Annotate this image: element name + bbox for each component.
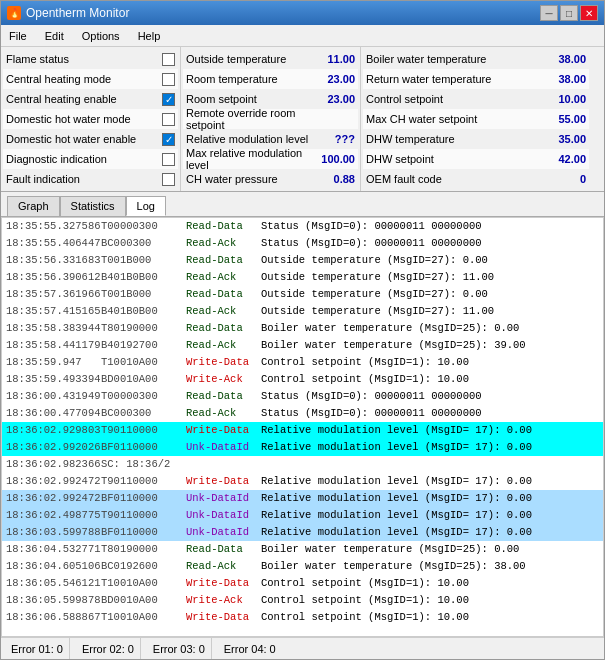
log-desc: Relative modulation level (MsgID= 17): 0…: [261, 524, 532, 541]
error02-item: Error 02: 0: [76, 638, 141, 659]
log-desc: Status (MsgID=0): 00000011 00000000: [261, 388, 482, 405]
log-row: 18:36:05.599878BD0010A00Write-AckControl…: [2, 592, 603, 609]
log-desc: Control setpoint (MsgID=1): 10.00: [261, 371, 469, 388]
dhw-setpoint-value: 42.00: [541, 153, 586, 165]
outside-temp-label: Outside temperature: [186, 53, 310, 65]
control-setpoint-label: Control setpoint: [366, 93, 541, 105]
dhw-mode-checkbox[interactable]: [162, 113, 175, 126]
log-timestamp: 18:36:02.929803: [6, 422, 101, 439]
log-desc: Relative modulation level (MsgID= 17): 0…: [261, 507, 532, 524]
tab-graph[interactable]: Graph: [7, 196, 60, 216]
log-desc: Boiler water temperature (MsgID=25): 39.…: [261, 337, 526, 354]
log-type: Read-Ack: [186, 235, 261, 252]
log-msgid: T001B000: [101, 252, 186, 269]
log-row: 18:35:58.441179B40192700Read-AckBoiler w…: [2, 337, 603, 354]
menu-help[interactable]: Help: [134, 28, 165, 44]
menu-options[interactable]: Options: [78, 28, 124, 44]
dhw-temp-value: 35.00: [541, 133, 586, 145]
dhw-mode-row: Domestic hot water mode: [3, 109, 178, 129]
ch-mode-checkbox[interactable]: [162, 73, 175, 86]
log-timestamp: 18:35:59.947: [6, 354, 101, 371]
log-row: 18:36:02.992026BF0110000Unk-DataIdRelati…: [2, 439, 603, 456]
error04-label: Error 04:: [224, 643, 267, 655]
log-row: 18:36:06.588867T10010A00Write-DataContro…: [2, 609, 603, 626]
dhw-setpoint-row: DHW setpoint 42.00: [363, 149, 589, 169]
status-bar: Error 01: 0 Error 02: 0 Error 03: 0 Erro…: [1, 637, 604, 659]
dhw-enable-checkbox[interactable]: ✓: [162, 133, 175, 146]
title-bar: 🔥 Opentherm Monitor ─ □ ✕: [1, 1, 604, 25]
log-msgid: T00000300: [101, 388, 186, 405]
log-row: 18:35:57.361966T001B000Read-DataOutside …: [2, 286, 603, 303]
tab-statistics[interactable]: Statistics: [60, 196, 126, 216]
log-timestamp: 18:35:55.406447: [6, 235, 101, 252]
log-type: Read-Data: [186, 218, 261, 235]
close-button[interactable]: ✕: [580, 5, 598, 21]
log-wrapper: 18:35:55.327586T00000300Read-DataStatus …: [1, 217, 604, 637]
log-row: 18:35:56.331683T001B000Read-DataOutside …: [2, 252, 603, 269]
error03-value: 0: [199, 643, 205, 655]
log-msgid: BC0192600: [101, 558, 186, 575]
log-timestamp: 18:36:02.992472: [6, 490, 101, 507]
dhw-mode-label: Domestic hot water mode: [6, 113, 162, 125]
log-msgid: BC000300: [101, 235, 186, 252]
left-column: Flame status Central heating mode Centra…: [1, 47, 181, 191]
menu-file[interactable]: File: [5, 28, 31, 44]
control-setpoint-value: 10.00: [541, 93, 586, 105]
minimize-button[interactable]: ─: [540, 5, 558, 21]
fault-label: Fault indication: [6, 173, 162, 185]
log-desc: Status (MsgID=0): 00000011 00000000: [261, 235, 482, 252]
log-timestamp: 18:35:55.327586: [6, 218, 101, 235]
oem-fault-value: 0: [541, 173, 586, 185]
log-timestamp: 18:36:06.588867: [6, 609, 101, 626]
flame-status-checkbox[interactable]: [162, 53, 175, 66]
log-desc: Control setpoint (MsgID=1): 10.00: [261, 354, 469, 371]
max-rel-mod-value: 100.00: [310, 153, 355, 165]
log-type: Read-Ack: [186, 337, 261, 354]
fault-checkbox[interactable]: [162, 173, 175, 186]
ch-enable-row: Central heating enable ✓: [3, 89, 178, 109]
boiler-water-temp-value: 38.00: [541, 53, 586, 65]
log-msgid: B401B0B00: [101, 303, 186, 320]
log-row: 18:36:05.546121T10010A00Write-DataContro…: [2, 575, 603, 592]
max-ch-setpoint-label: Max CH water setpoint: [366, 113, 541, 125]
menu-edit[interactable]: Edit: [41, 28, 68, 44]
log-row: 18:36:00.477094BC000300Read-AckStatus (M…: [2, 405, 603, 422]
error01-label: Error 01:: [11, 643, 54, 655]
diag-checkbox[interactable]: [162, 153, 175, 166]
log-timestamp: 18:35:58.441179: [6, 337, 101, 354]
boiler-water-temp-label: Boiler water temperature: [366, 53, 541, 65]
log-msgid: T80190000: [101, 541, 186, 558]
log-row: 18:36:00.431949T00000300Read-DataStatus …: [2, 388, 603, 405]
error02-label: Error 02:: [82, 643, 125, 655]
log-type: Read-Data: [186, 286, 261, 303]
log-msgid: T00000300: [101, 218, 186, 235]
ch-enable-checkbox[interactable]: ✓: [162, 93, 175, 106]
log-timestamp: 18:35:56.390612: [6, 269, 101, 286]
log-type: Read-Ack: [186, 558, 261, 575]
log-timestamp: 18:35:57.361966: [6, 286, 101, 303]
room-setpoint-label: Room setpoint: [186, 93, 310, 105]
dhw-enable-label: Domestic hot water enable: [6, 133, 162, 145]
window-controls: ─ □ ✕: [540, 5, 598, 21]
log-msgid: T10010A00: [101, 609, 186, 626]
log-timestamp: 18:35:57.415165: [6, 303, 101, 320]
error01-value: 0: [57, 643, 63, 655]
tab-log[interactable]: Log: [126, 196, 166, 216]
rel-mod-row: Relative modulation level ???: [183, 129, 358, 149]
remote-override-label: Remote override room setpoint: [186, 107, 310, 131]
log-row: 18:35:57.415165B401B0B00Read-AckOutside …: [2, 303, 603, 320]
log-type: Read-Data: [186, 320, 261, 337]
log-row: 18:36:04.532771T80190000Read-DataBoiler …: [2, 541, 603, 558]
log-desc: Outside temperature (MsgID=27): 11.00: [261, 269, 494, 286]
log-row: 18:36:02.929803T90110000Write-DataRelati…: [2, 422, 603, 439]
log-type: Read-Data: [186, 388, 261, 405]
outside-temp-row: Outside temperature 11.00: [183, 49, 358, 69]
log-row: 18:36:04.605106BC0192600Read-AckBoiler w…: [2, 558, 603, 575]
log-area[interactable]: 18:35:55.327586T00000300Read-DataStatus …: [1, 217, 604, 637]
error04-value: 0: [270, 643, 276, 655]
maximize-button[interactable]: □: [560, 5, 578, 21]
log-desc: Boiler water temperature (MsgID=25): 0.0…: [261, 320, 519, 337]
log-type: Read-Ack: [186, 303, 261, 320]
log-row: 18:35:55.406447BC000300Read-AckStatus (M…: [2, 235, 603, 252]
log-type: Unk-DataId: [186, 507, 261, 524]
